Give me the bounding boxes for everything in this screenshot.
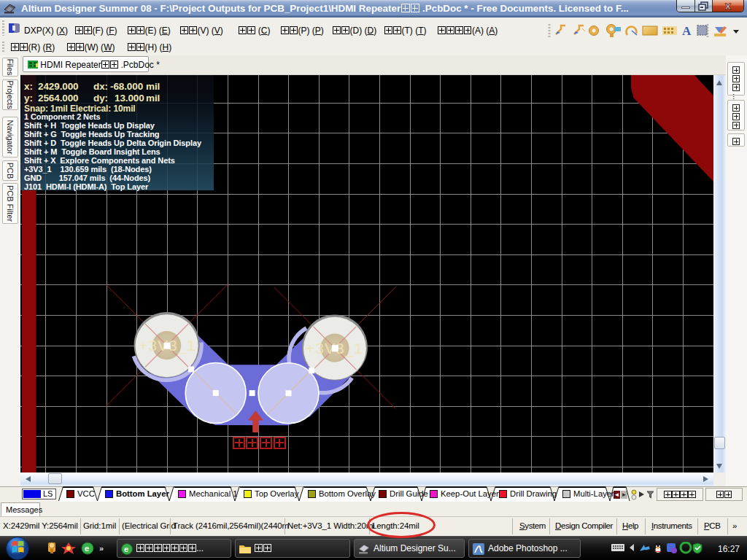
svg-text:e: e — [85, 544, 89, 553]
svg-text:»: » — [99, 544, 104, 553]
svg-text:e: e — [124, 545, 128, 553]
svg-text:x: x — [725, 0, 732, 12]
svg-text:A: A — [682, 24, 692, 38]
